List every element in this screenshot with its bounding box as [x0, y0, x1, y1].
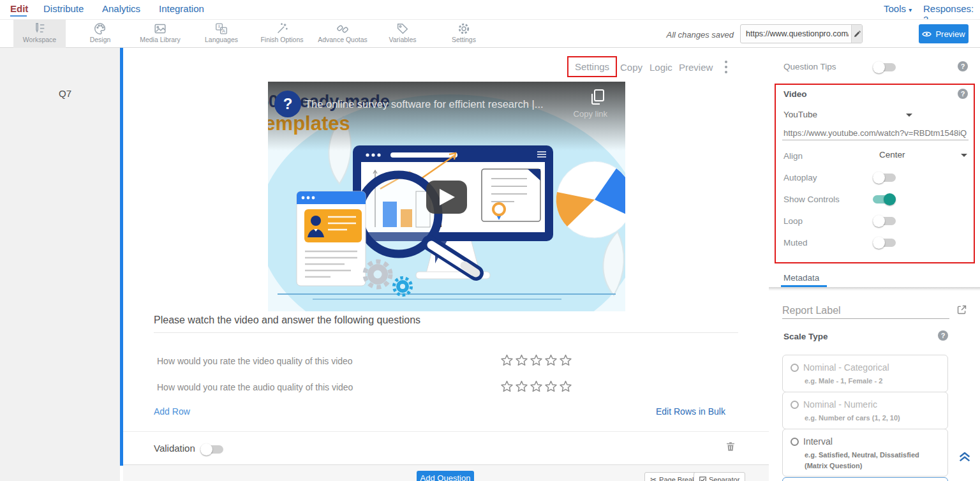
video-thumbnail-illustration: 50+ ready-made templates ? The online su… — [268, 82, 625, 311]
help-icon[interactable]: ? — [958, 89, 968, 99]
radio-icon[interactable] — [791, 364, 799, 372]
report-label-input[interactable] — [782, 303, 949, 319]
edit-active-underline — [10, 15, 27, 17]
autoplay-toggle[interactable] — [873, 174, 896, 182]
questionpro-survey-editor: Edit Distribute Analytics Integration To… — [0, 0, 980, 481]
wand-icon — [275, 22, 289, 36]
tab-analytics[interactable]: Analytics — [102, 3, 140, 14]
star-icon[interactable] — [544, 380, 558, 393]
show-controls-toggle[interactable] — [873, 195, 896, 204]
input-underline — [782, 140, 969, 140]
add-question-button[interactable]: Add Question — [417, 471, 474, 481]
top-nav: Edit Distribute Analytics Integration To… — [0, 0, 980, 19]
help-icon[interactable]: ? — [938, 330, 948, 341]
tab-metadata[interactable]: Metadata — [783, 273, 819, 283]
page-break-label: Page Break — [659, 476, 695, 481]
scale-option-nominal-numeric[interactable]: Nominal - Numeric e.g. Number of cars (1… — [782, 392, 948, 429]
toolbar-label: Advance Quotas — [316, 36, 369, 43]
tab-edit[interactable]: Edit — [10, 3, 28, 14]
validation-label: Validation — [154, 443, 195, 454]
survey-url-box — [740, 24, 863, 43]
chevron-down-icon[interactable] — [961, 154, 967, 157]
add-row-link[interactable]: Add Row — [154, 406, 190, 417]
separator-label: Separator — [709, 476, 739, 481]
toolbar-item-finish-options[interactable]: Finish Options — [256, 20, 308, 48]
video-title[interactable]: The online survey software for efficient… — [305, 98, 544, 110]
matrix-row-label[interactable]: How would you rate the audio quality of … — [157, 382, 353, 392]
scale-option-nominal-categorical[interactable]: Nominal - Categorical e.g. Male - 1, Fem… — [782, 355, 948, 392]
editor-toolbar: Workspace Design Media Library x̄A Langu… — [0, 19, 980, 48]
checkbox-icon — [699, 477, 706, 481]
divider — [154, 332, 738, 333]
toolbar-label: Finish Options — [256, 36, 308, 43]
translate-icon: x̄A — [214, 22, 228, 36]
toolbar-item-media-library[interactable]: Media Library — [134, 20, 186, 48]
question-text[interactable]: Please watch the video and answer the fo… — [154, 314, 420, 326]
toolbar-item-variables[interactable]: Variables — [376, 20, 429, 48]
scale-option-interval[interactable]: Interval e.g. Satisfied, Neutral, Dissat… — [782, 429, 948, 477]
matrix-row-label[interactable]: How would you rate the video quality of … — [157, 356, 353, 366]
question-tips-label: Question Tips — [783, 62, 836, 71]
help-icon[interactable]: ? — [958, 61, 968, 71]
edit-rows-in-bulk-link[interactable]: Edit Rows in Bulk — [656, 406, 725, 417]
star-icon[interactable] — [530, 353, 543, 367]
scroll-to-top-icon[interactable] — [958, 450, 972, 464]
toolbar-label: Workspace — [13, 36, 66, 43]
preview-button[interactable]: Preview — [919, 24, 969, 43]
video-provider-select[interactable]: YouTube — [783, 110, 817, 119]
separator-button[interactable]: Separator — [694, 472, 745, 481]
scale-option-next-partial[interactable] — [782, 477, 948, 481]
delete-question-icon[interactable] — [725, 440, 736, 453]
question-settings-panel: Question Tips ? Video ? YouTube https://… — [769, 48, 980, 481]
tab-distribute[interactable]: Distribute — [43, 3, 84, 14]
svg-text:?: ? — [283, 95, 293, 112]
question-tips-toggle[interactable] — [873, 63, 896, 71]
question-settings-action[interactable]: Settings — [575, 61, 609, 72]
video-url-input[interactable]: https://www.youtube.com/watch?v=RBDtm154… — [783, 128, 967, 138]
star-icon[interactable] — [559, 380, 572, 393]
scale-type-heading: Scale Type — [783, 332, 828, 341]
star-icon[interactable] — [515, 353, 528, 367]
divider — [123, 431, 769, 432]
validation-toggle[interactable] — [200, 445, 223, 454]
star-icon[interactable] — [530, 380, 543, 393]
show-controls-label: Show Controls — [783, 195, 840, 204]
question-copy-action[interactable]: Copy — [620, 62, 642, 73]
toolbar-label: Settings — [438, 36, 490, 43]
question-logic-action[interactable]: Logic — [650, 62, 672, 73]
tools-menu[interactable]: Tools ▾ — [884, 3, 912, 14]
survey-url-input[interactable] — [741, 25, 851, 43]
copy-link-label: Copy link — [574, 109, 608, 119]
star-icon[interactable] — [500, 353, 514, 367]
settings-annotation-box: Settings — [567, 56, 617, 77]
question-number[interactable]: Q7 — [59, 88, 71, 99]
toolbar-item-design[interactable]: Design — [74, 20, 126, 48]
toolbar-item-languages[interactable]: x̄A Languages — [195, 20, 248, 48]
align-select[interactable]: Center — [879, 150, 905, 159]
loop-label: Loop — [783, 216, 803, 226]
toolbar-label: Media Library — [134, 36, 186, 43]
svg-text:x̄: x̄ — [218, 24, 221, 29]
preview-label: Preview — [935, 29, 965, 39]
star-icon[interactable] — [515, 380, 528, 393]
edit-url-button[interactable] — [851, 25, 862, 43]
svg-text:A: A — [222, 28, 225, 34]
scale-option-label: Nominal - Numeric — [803, 399, 877, 410]
chevron-down-icon[interactable] — [906, 114, 912, 117]
external-link-icon[interactable] — [956, 304, 967, 315]
star-icon[interactable] — [500, 380, 514, 393]
radio-icon[interactable] — [791, 438, 799, 446]
tab-integration[interactable]: Integration — [159, 3, 204, 14]
toolbar-item-workspace[interactable]: Workspace — [13, 20, 66, 48]
youtube-video-player[interactable]: 50+ ready-made templates ? The online su… — [268, 82, 625, 311]
question-preview-action[interactable]: Preview — [679, 62, 713, 73]
radio-icon[interactable] — [791, 401, 799, 409]
question-more-menu[interactable] — [725, 61, 727, 76]
toolbar-item-advance-quotas[interactable]: Advance Quotas — [316, 20, 369, 48]
star-icon[interactable] — [544, 353, 558, 367]
muted-toggle[interactable] — [873, 239, 896, 247]
workspace-icon — [33, 22, 47, 36]
loop-toggle[interactable] — [873, 217, 896, 225]
star-icon[interactable] — [559, 353, 572, 367]
toolbar-item-settings[interactable]: Settings — [438, 20, 490, 48]
